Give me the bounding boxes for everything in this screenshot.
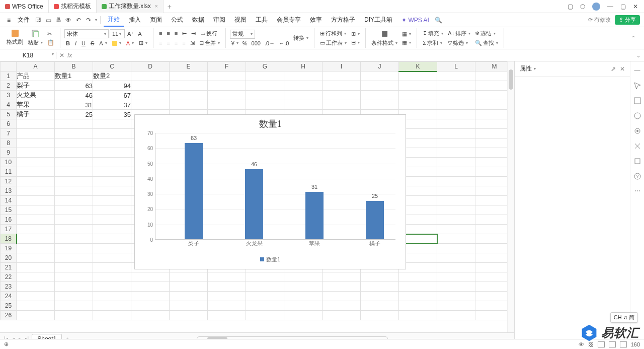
row-header-8[interactable]: 8	[1, 138, 17, 148]
delete-icon[interactable]: ⊟▾	[350, 39, 361, 46]
tool2-icon[interactable]	[633, 112, 641, 120]
cell-A6[interactable]	[17, 119, 55, 129]
cell-A7[interactable]	[17, 129, 55, 138]
cell-B23[interactable]	[55, 282, 93, 292]
underline-button[interactable]: U	[80, 39, 87, 47]
cell-B15[interactable]	[55, 205, 93, 215]
cell-K2[interactable]	[399, 81, 437, 91]
undo-icon[interactable]: ↶	[74, 16, 83, 25]
cell-C22[interactable]	[93, 272, 131, 282]
cell-J26[interactable]	[361, 311, 399, 320]
cell-B22[interactable]	[55, 272, 93, 282]
tool6-icon[interactable]: ?	[633, 172, 641, 180]
redo-icon[interactable]: ↷	[84, 16, 93, 25]
window-layout-icon[interactable]: ▢	[568, 3, 573, 10]
cell-C8[interactable]	[93, 138, 131, 148]
view-page-button[interactable]	[609, 341, 616, 347]
cell-L17[interactable]	[437, 225, 475, 234]
wrap-button[interactable]: ▭ 换行	[199, 29, 219, 38]
col-header-J[interactable]: J	[361, 62, 399, 72]
cell-B18[interactable]	[55, 234, 93, 244]
cell-C23[interactable]	[93, 282, 131, 292]
rowcol-button[interactable]: ⊞ 行和列▾	[318, 29, 348, 38]
cell-D26[interactable]	[131, 311, 170, 320]
tool1-icon[interactable]	[633, 97, 641, 105]
cell-L6[interactable]	[437, 119, 475, 129]
cell-I26[interactable]	[323, 311, 361, 320]
print-icon[interactable]: 🖶	[54, 16, 63, 25]
row-header-20[interactable]: 20	[1, 253, 17, 263]
chart[interactable]: 数量1 010203040506070 63梨子46火龙果31苹果25橘子 数量…	[134, 114, 406, 269]
chain-icon[interactable]: ⛓	[588, 341, 594, 347]
cell-A10[interactable]	[17, 158, 55, 167]
cell-L16[interactable]	[437, 215, 475, 225]
cell-J1[interactable]	[361, 72, 399, 81]
cell-A25[interactable]	[17, 301, 55, 311]
search-icon[interactable]: 🔍	[434, 16, 443, 25]
strike-button[interactable]: S	[89, 39, 96, 47]
file-menu[interactable]: 文件	[15, 15, 33, 25]
sort-button[interactable]: A↓ 排序▾	[446, 29, 472, 38]
tab-wps[interactable]: WPS Office	[0, 0, 49, 13]
cell-L1[interactable]	[437, 72, 475, 81]
cell-E24[interactable]	[170, 292, 208, 301]
cell-L18[interactable]	[437, 234, 475, 244]
cell-C25[interactable]	[93, 301, 131, 311]
cell-A15[interactable]	[17, 205, 55, 215]
cell-D4[interactable]	[131, 100, 170, 110]
tab-review[interactable]: 审阅	[209, 14, 229, 26]
cell-F25[interactable]	[208, 301, 246, 311]
cell-L7[interactable]	[437, 129, 475, 138]
cell-I25[interactable]	[323, 301, 361, 311]
cell-L14[interactable]	[437, 196, 475, 205]
add-tab-button[interactable]: +	[164, 3, 176, 11]
cell-A2[interactable]: 梨子	[17, 81, 55, 91]
cell-K23[interactable]	[399, 282, 437, 292]
cell-H26[interactable]	[284, 311, 323, 320]
close-panel-icon[interactable]: ✕	[620, 65, 625, 73]
cell-B12[interactable]	[55, 177, 93, 186]
cell-G24[interactable]	[246, 292, 284, 301]
cell-B20[interactable]	[55, 253, 93, 263]
cell-A16[interactable]	[17, 215, 55, 225]
orient-button[interactable]: ⇲	[189, 39, 196, 47]
expand-fx-icon[interactable]: ⌄	[633, 52, 644, 59]
cell-B10[interactable]	[55, 158, 93, 167]
indent-dec-button[interactable]: ⇤	[181, 29, 188, 38]
bold-button[interactable]: B	[64, 39, 71, 47]
cell-F22[interactable]	[208, 272, 246, 282]
cell-J23[interactable]	[361, 282, 399, 292]
cell-L10[interactable]	[437, 158, 475, 167]
cell-J25[interactable]	[361, 301, 399, 311]
cell-B26[interactable]	[55, 311, 93, 320]
cell-L11[interactable]	[437, 167, 475, 177]
cell-A9[interactable]	[17, 148, 55, 158]
cell-D1[interactable]	[131, 72, 170, 81]
cell-K22[interactable]	[399, 272, 437, 282]
bar-3[interactable]: 25	[366, 201, 384, 239]
sheet-button[interactable]: ▭ 工作表▾	[318, 39, 348, 47]
cell-C18[interactable]	[93, 234, 131, 244]
row-header-11[interactable]: 11	[1, 167, 17, 177]
close-window-icon[interactable]: ✕	[633, 3, 638, 10]
cell-B1[interactable]: 数量1	[55, 72, 93, 81]
cell-C4[interactable]: 37	[93, 100, 131, 110]
cell-B4[interactable]: 31	[55, 100, 93, 110]
tool3-icon[interactable]	[633, 127, 641, 135]
cell-A3[interactable]: 火龙果	[17, 91, 55, 100]
cell-C3[interactable]: 67	[93, 91, 131, 100]
row-header-21[interactable]: 21	[1, 263, 17, 272]
row-header-19[interactable]: 19	[1, 244, 17, 253]
cell-E25[interactable]	[170, 301, 208, 311]
cell-G25[interactable]	[246, 301, 284, 311]
cell-H4[interactable]	[284, 100, 323, 110]
tab-tools[interactable]: 工具	[252, 14, 272, 26]
cell-C6[interactable]	[93, 119, 131, 129]
cell-A5[interactable]: 橘子	[17, 110, 55, 119]
tab-data[interactable]: 数据	[188, 14, 208, 26]
tab-diy[interactable]: DIY工具箱	[360, 14, 396, 26]
cell-B11[interactable]	[55, 167, 93, 177]
bar-1[interactable]: 46	[245, 169, 263, 239]
currency-button[interactable]: ¥▾	[230, 40, 240, 47]
size-select[interactable]: 11▾	[110, 29, 125, 38]
